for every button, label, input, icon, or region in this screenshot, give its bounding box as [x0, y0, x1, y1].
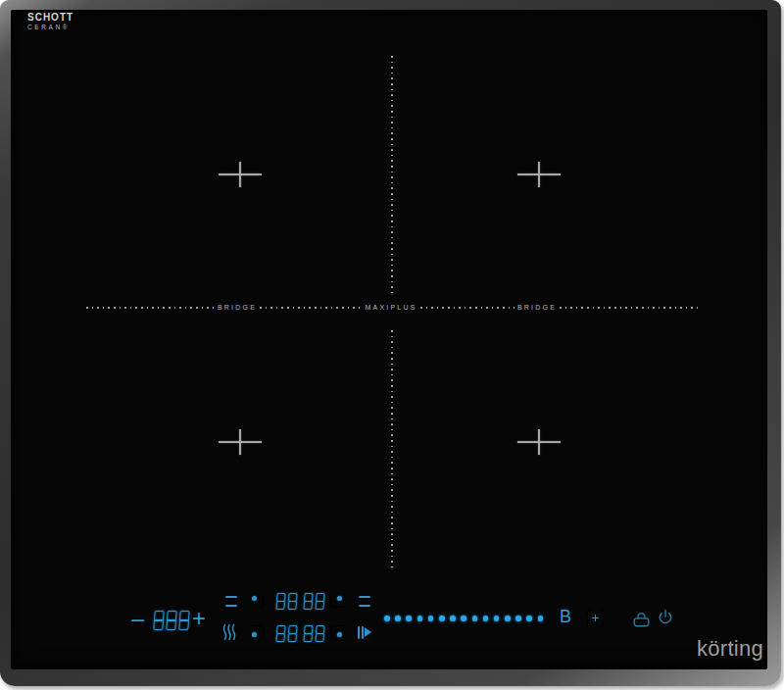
- corner-bracket: [599, 610, 604, 615]
- booster-button[interactable]: B: [560, 608, 571, 625]
- timer-display-front-right: [304, 625, 324, 642]
- dotted-segment: [420, 307, 514, 309]
- minus-button[interactable]: −: [130, 608, 145, 633]
- double-dash-bridge-right-icon[interactable]: [359, 595, 370, 608]
- power-level-display: [154, 611, 189, 630]
- seven-segment-digit: [178, 611, 189, 630]
- seven-segment-digit: [275, 625, 285, 642]
- slider-dot[interactable]: [461, 616, 466, 621]
- bridge-right-label: BRIDGE: [514, 304, 560, 311]
- timer-display-front-left: [276, 625, 297, 642]
- seven-segment-digit: [287, 593, 297, 610]
- schott-ceran-logo: SCHOTT CERAN®: [27, 13, 74, 31]
- dotted-segment: [260, 307, 362, 309]
- dotted-segment: [560, 307, 698, 309]
- seven-segment-digit: [287, 625, 297, 642]
- slider-dot[interactable]: [472, 616, 478, 621]
- seven-segment-digit: [303, 593, 313, 610]
- slider-dot[interactable]: [428, 616, 434, 621]
- double-dash-bridge-left-icon[interactable]: [225, 595, 237, 608]
- slider-dot[interactable]: [384, 616, 390, 621]
- bridge-left-label: BRIDGE: [215, 304, 260, 311]
- ceran-logo-text: CERAN®: [27, 25, 74, 31]
- zone-cross-front-left: [219, 429, 262, 455]
- slider-dot[interactable]: [417, 616, 423, 621]
- glass-surface: [11, 10, 767, 669]
- bars-play-icon[interactable]: [358, 625, 371, 639]
- power-slider[interactable]: [384, 616, 543, 621]
- corners-plus-icon[interactable]: [587, 610, 604, 626]
- flex-zone-divider-top: [391, 56, 393, 294]
- steam-waves-icon[interactable]: [222, 623, 236, 641]
- flex-zone-divider-bottom: [391, 330, 393, 568]
- corner-bracket: [587, 610, 592, 615]
- play-triangle: [365, 627, 371, 637]
- slider-dot[interactable]: [483, 616, 489, 621]
- power-icon[interactable]: [657, 609, 674, 626]
- plus-button[interactable]: +: [192, 607, 206, 630]
- seven-segment-digit: [166, 611, 176, 630]
- dotted-segment: [86, 307, 215, 309]
- korting-logo: körting: [697, 638, 763, 660]
- slider-dot[interactable]: [515, 616, 521, 621]
- bridge-divider-line: BRIDGE MAXIPLUS BRIDGE: [86, 303, 698, 312]
- seven-segment-digit: [303, 625, 313, 642]
- slider-dot[interactable]: [395, 616, 401, 621]
- slider-dot[interactable]: [494, 616, 500, 621]
- slider-dot[interactable]: [505, 616, 511, 621]
- corner-bracket: [587, 621, 592, 626]
- slider-dot[interactable]: [406, 616, 412, 621]
- corner-bracket: [599, 621, 604, 626]
- slider-dot[interactable]: [538, 616, 544, 621]
- slider-dot[interactable]: [526, 616, 532, 621]
- induction-hob: SCHOTT CERAN® BRIDGE MAXIPLUS BRIDGE − +: [0, 0, 781, 686]
- play-bar: [362, 626, 364, 639]
- zone-cross-front-right: [517, 429, 561, 455]
- timer-zone-front-right-icon[interactable]: [330, 625, 344, 639]
- lock-icon[interactable]: [632, 611, 651, 627]
- timer-display-rear-left: [276, 593, 297, 610]
- seven-segment-digit: [153, 611, 164, 630]
- zone-cross-rear-left: [219, 162, 262, 187]
- schott-logo-text: SCHOTT: [27, 13, 74, 23]
- maxiplus-label: MAXIPLUS: [362, 304, 420, 311]
- seven-segment-digit: [315, 593, 324, 610]
- timer-zone-rear-right-icon[interactable]: [330, 594, 344, 608]
- seven-segment-digit: [315, 625, 324, 642]
- timer-zone-front-left-icon[interactable]: [250, 625, 264, 639]
- slider-dot[interactable]: [450, 616, 456, 621]
- slider-dot[interactable]: [439, 616, 445, 621]
- seven-segment-digit: [275, 593, 285, 610]
- timer-display-rear-right: [304, 593, 324, 610]
- play-bar: [358, 626, 360, 639]
- zone-cross-rear-right: [517, 162, 561, 187]
- timer-zone-rear-left-icon[interactable]: [250, 594, 264, 608]
